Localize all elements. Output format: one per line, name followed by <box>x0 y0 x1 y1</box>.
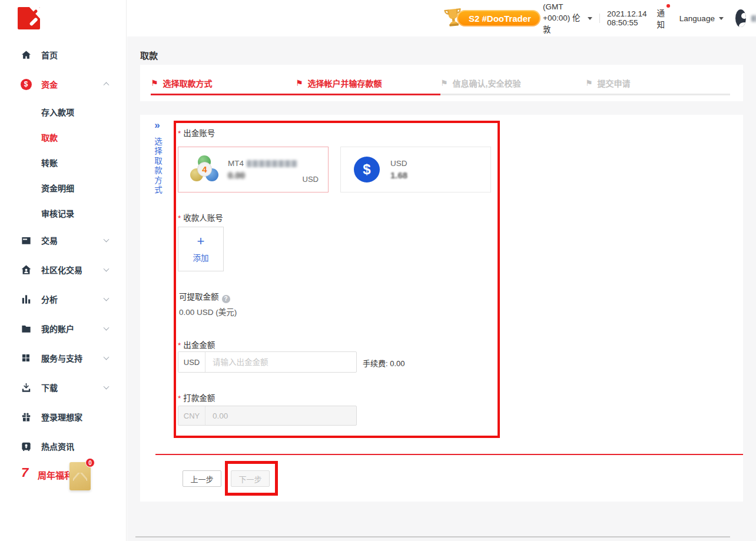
step-progress-bar <box>440 94 585 95</box>
anniversary-number: 7 <box>21 465 28 480</box>
chevron-down-icon <box>104 266 110 272</box>
question-icon[interactable]: ? <box>222 295 230 303</box>
dollar-icon: $ <box>20 78 32 90</box>
sidebar-subitem-fund-details[interactable]: 资金明细 <box>0 175 126 200</box>
sidebar-item-my-account[interactable]: 我的账户 <box>0 314 126 343</box>
header-right: (GMT +00:00) 伦敦 2021.12.14 08:50:55 通知 L… <box>543 0 756 36</box>
step-submit[interactable]: ⚑ 提交申请 <box>585 65 730 101</box>
fee-label: 手续费: 0.00 <box>363 357 405 369</box>
competition-badge[interactable]: S2 #DooTrader <box>443 6 541 30</box>
usd-title: USD <box>390 159 407 168</box>
payment-amount-label: *打款金额 <box>178 391 215 403</box>
sidebar-subitem-transfer[interactable]: 转账 <box>0 150 126 175</box>
badge-count: 0 <box>85 458 95 467</box>
step-progress-bar <box>296 94 440 95</box>
datetime-label: 2021.12.14 08:50:55 <box>607 9 651 27</box>
withdraw-amount-input-group: USD <box>178 351 357 373</box>
sidebar-item-anniversary[interactable]: 7 周年福利 0 <box>0 459 127 494</box>
notification-dot <box>667 4 670 8</box>
sidebar-item-trade[interactable]: 交易 <box>0 225 126 255</box>
sidebar-item-analysis[interactable]: 分析 <box>0 284 126 314</box>
chevron-down-icon <box>104 296 110 301</box>
download-icon <box>20 381 32 393</box>
flag-icon: ⚑ <box>585 79 593 87</box>
add-payee-button[interactable]: + 添加 <box>178 227 224 271</box>
next-step-button[interactable]: 下一步 <box>231 470 270 487</box>
red-packet-icon[interactable]: 0 <box>69 462 91 490</box>
collapse-label[interactable]: 选择取款方式 <box>151 137 163 195</box>
step-progress-bar <box>585 94 730 95</box>
top-header: S2 #DooTrader (GMT +00:00) 伦敦 2021.12.14… <box>127 0 756 36</box>
doo-logo[interactable] <box>18 7 40 29</box>
mt4-currency: USD <box>303 175 319 184</box>
sidebar-item-label: 资金 <box>41 78 58 90</box>
withdraw-amount-label: *出金金额 <box>178 338 215 350</box>
withdraw-form-panel: » 选择取款方式 *出金账号 4 MT4 0.00 USD $ USD 1.68… <box>140 115 743 502</box>
sidebar-subitem-deposit[interactable]: 存入款项 <box>0 99 126 124</box>
sidebar-item-home[interactable]: 首页 <box>0 40 126 69</box>
flag-icon: ⚑ <box>440 79 448 87</box>
step-choose-account-amount[interactable]: ⚑ 选择帐户并输存款额 <box>296 65 440 101</box>
home-icon <box>20 49 32 61</box>
sidebar-nav: 首页 $ 资金 存入款项 取款 转账 资金明细 审核记录 交易 <box>0 40 126 461</box>
sidebar-item-funds[interactable]: $ 资金 <box>0 69 126 99</box>
footer-divider <box>135 536 730 537</box>
gift-icon <box>20 411 32 423</box>
grid-icon <box>20 352 32 364</box>
timezone-label[interactable]: (GMT +00:00) 伦敦 <box>543 2 583 35</box>
steps-bar: ⚑ 选择取款方式 ⚑ 选择帐户并输存款额 ⚑ 信息确认,安全校验 ⚑ 提交申请 <box>140 65 743 101</box>
language-selector[interactable]: Language <box>679 14 724 23</box>
red-divider <box>155 454 743 455</box>
card-icon <box>20 234 32 246</box>
sidebar-item-hot-news[interactable]: 热点资讯 <box>0 432 126 461</box>
sidebar-subitem-withdraw[interactable]: 取款 <box>0 124 126 150</box>
chevron-down-icon <box>104 354 110 360</box>
previous-step-button[interactable]: 上一步 <box>183 470 221 487</box>
folder-icon <box>20 323 32 334</box>
chart-icon <box>20 293 32 305</box>
mt4-balance: 0.00 <box>228 170 297 180</box>
chevron-up-icon <box>104 82 110 88</box>
pin-icon <box>20 440 32 452</box>
sidebar-item-label: 首页 <box>41 49 58 61</box>
flag-icon: ⚑ <box>296 79 303 87</box>
flag-icon: ⚑ <box>151 79 158 87</box>
notifications-link[interactable]: 通知 <box>657 6 667 30</box>
sidebar-subitem-audit-records[interactable]: 审核记录 <box>0 200 126 225</box>
sidebar-item-lixianghome[interactable]: 登录理想家 <box>0 402 126 432</box>
step-confirm-verify[interactable]: ⚑ 信息确认,安全校验 <box>440 65 585 101</box>
anniversary-label: 周年福利 <box>38 469 73 481</box>
chevron-down-icon <box>104 325 110 331</box>
sidebar-item-community-trading[interactable]: 社区化交易 <box>0 255 126 284</box>
mt4-title: MT4 <box>228 159 244 168</box>
collapse-icon[interactable]: » <box>148 120 166 131</box>
withdrawable-amount-label: 可提取金额? <box>179 290 230 303</box>
logo-slash-white <box>29 17 38 26</box>
mt4-account-card[interactable]: 4 MT4 0.00 USD <box>178 147 329 192</box>
sidebar-item-service-support[interactable]: 服务与支持 <box>0 343 126 373</box>
chevron-down-icon <box>104 384 110 390</box>
payee-account-label: *收款人账号 <box>178 211 223 223</box>
step-choose-method[interactable]: ⚑ 选择取款方式 <box>151 65 296 101</box>
community-icon <box>20 264 32 276</box>
username-blurred <box>751 15 756 22</box>
chevron-down-icon <box>104 237 110 243</box>
payment-amount-input-group: CNY <box>178 406 357 426</box>
avatar[interactable] <box>735 9 746 27</box>
dollar-circle-icon: $ <box>354 157 380 182</box>
chevron-down-icon <box>719 17 724 20</box>
currency-prefix: CNY <box>178 406 205 425</box>
trophy-icon <box>442 5 465 31</box>
sidebar-item-download[interactable]: 下载 <box>0 373 126 402</box>
chevron-down-icon[interactable] <box>588 17 592 20</box>
usd-balance: 1.68 <box>390 170 407 180</box>
mt4-account-number-blurred <box>247 160 297 167</box>
badge-label: S2 #DooTrader <box>457 10 541 26</box>
step-progress-bar <box>151 94 296 95</box>
page-title: 取款 <box>140 49 158 61</box>
withdraw-account-label: *出金账号 <box>178 127 215 138</box>
mt4-logo-icon: 4 <box>190 155 218 184</box>
currency-prefix: USD <box>178 352 205 372</box>
usd-wallet-card[interactable]: $ USD 1.68 <box>340 147 491 192</box>
withdraw-amount-input[interactable] <box>205 352 356 372</box>
